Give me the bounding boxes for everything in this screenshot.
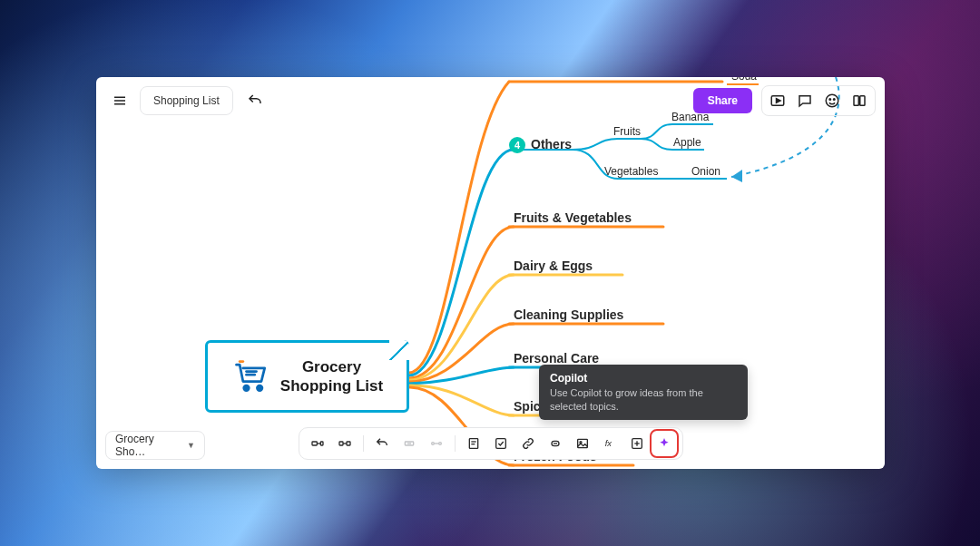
svg-rect-29 (860, 96, 865, 106)
attachment-button[interactable] (544, 433, 566, 454)
bottom-toolbar: fx (299, 427, 683, 460)
root-node[interactable]: GroceryShopping List (205, 340, 409, 413)
link-icon (521, 436, 535, 451)
attachment-icon (548, 436, 563, 451)
svg-point-16 (244, 385, 250, 391)
app-window: GroceryShopping List Soda 4Others Fruits… (96, 77, 885, 469)
copilot-button[interactable] (653, 433, 675, 454)
svg-rect-46 (577, 439, 587, 447)
svg-point-25 (826, 94, 838, 107)
svg-marker-24 (777, 99, 781, 103)
sibling-button[interactable] (334, 433, 356, 454)
chevron-down-icon: ▼ (187, 441, 195, 450)
leaf-vegetables[interactable]: Vegetables (604, 165, 658, 178)
svg-marker-15 (731, 170, 742, 182)
tooltip-body: Use Copilot to grow ideas from the selec… (550, 386, 737, 413)
branch-fruits-vegetables[interactable]: Fruits & Vegetables (514, 210, 632, 225)
comment-button[interactable] (791, 88, 818, 113)
undo-tool[interactable] (371, 433, 393, 454)
document-selector-label: Grocery Sho… (115, 433, 180, 458)
relationship-icon (429, 436, 444, 451)
leaf-fruits[interactable]: Fruits (613, 125, 641, 138)
emoji-button[interactable] (818, 88, 846, 113)
note-icon (466, 436, 481, 451)
badge-others: 4 (509, 137, 525, 153)
branch-cleaning[interactable]: Cleaning Supplies (514, 307, 623, 322)
leaf-soda[interactable]: Soda (731, 77, 757, 83)
branch-personal[interactable]: Personal Care (514, 351, 599, 366)
note-button[interactable] (463, 433, 485, 454)
svg-point-27 (834, 99, 836, 101)
leaf-apple[interactable]: Apple (673, 136, 701, 149)
present-button[interactable] (764, 88, 791, 113)
copilot-tooltip: Copilot Use Copilot to grow ideas from t… (539, 365, 748, 420)
relationship-button[interactable] (426, 433, 447, 454)
menu-button[interactable] (105, 86, 134, 115)
leaf-onion[interactable]: Onion (691, 165, 720, 178)
document-title[interactable]: Shopping List (140, 86, 233, 115)
undo-icon (247, 93, 263, 109)
equation-button[interactable]: fx (599, 433, 621, 454)
panels-button[interactable] (846, 88, 873, 113)
svg-rect-31 (320, 442, 323, 445)
svg-text:fx: fx (604, 439, 612, 448)
undo-icon (375, 436, 389, 451)
menu-icon (112, 93, 128, 109)
svg-rect-30 (312, 442, 317, 445)
svg-point-26 (829, 99, 831, 101)
sibling-icon (338, 436, 352, 451)
copilot-icon (657, 436, 671, 451)
svg-rect-32 (339, 442, 343, 445)
top-bar: Shopping List Share (105, 86, 876, 115)
document-selector[interactable]: Grocery Sho… ▼ (105, 431, 205, 460)
task-button[interactable] (490, 433, 512, 454)
image-button[interactable] (572, 433, 593, 454)
svg-point-37 (431, 443, 434, 445)
svg-rect-28 (854, 96, 858, 106)
subtopic-icon (310, 436, 325, 451)
link-button[interactable] (517, 433, 539, 454)
root-title: GroceryShopping List (280, 357, 383, 396)
subtopic-button[interactable] (307, 433, 328, 454)
task-icon (494, 436, 508, 451)
svg-rect-33 (347, 442, 350, 445)
insert-button[interactable] (626, 433, 648, 454)
collapse-icon (402, 436, 416, 451)
tooltip-title: Copilot (550, 372, 737, 385)
branch-dairy[interactable]: Dairy & Eggs (514, 258, 593, 273)
top-right-icons (761, 85, 876, 116)
emoji-icon (824, 93, 840, 109)
image-icon (575, 436, 590, 451)
collapse-button[interactable] (398, 433, 420, 454)
share-button[interactable]: Share (693, 88, 752, 113)
add-icon (630, 436, 644, 451)
cart-icon (231, 356, 271, 396)
svg-rect-43 (495, 439, 505, 449)
comment-icon (797, 93, 813, 109)
branch-others[interactable]: 4Others (509, 137, 572, 153)
svg-point-17 (257, 385, 262, 391)
undo-button[interactable] (240, 86, 270, 115)
play-icon (769, 93, 786, 109)
svg-point-38 (438, 443, 441, 445)
equation-icon: fx (603, 436, 617, 451)
panels-icon (851, 93, 867, 109)
